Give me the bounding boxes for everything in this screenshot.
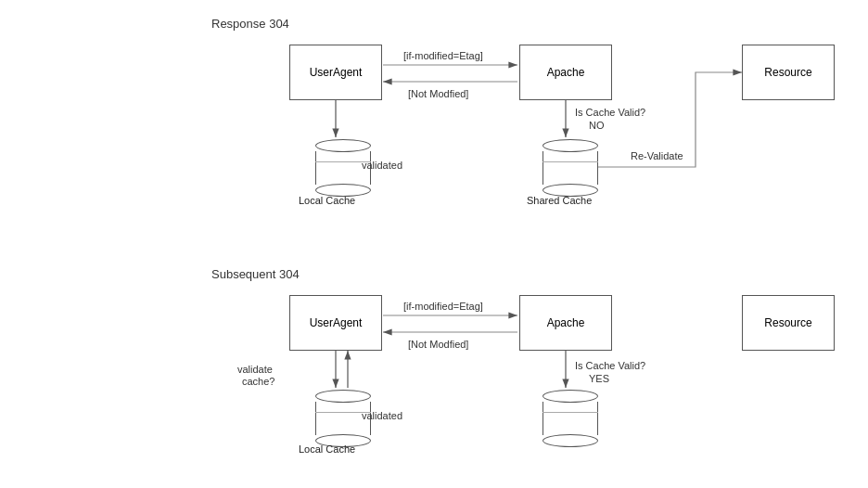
- bottom-shared-cache: [542, 390, 598, 447]
- top-local-cache-label: Local Cache: [299, 195, 355, 206]
- top-shared-cache-label: Shared Cache: [527, 195, 592, 206]
- bottom-local-cache: [315, 390, 371, 447]
- top-if-modified-label: [if-modified=Etag]: [403, 50, 483, 61]
- bottom-local-cache-label: Local Cache: [299, 443, 355, 455]
- bottom-apache-box: Apache: [519, 295, 612, 351]
- top-resource-box: Resource: [742, 45, 835, 100]
- top-cache-valid-no: NO: [589, 120, 605, 131]
- arrows-svg: [if-modified=Etag] [Not Modfied] validat…: [0, 0, 868, 488]
- top-useragent-label: UserAgent: [310, 66, 363, 79]
- bottom-resource-box: Resource: [742, 295, 835, 351]
- bottom-validate-cache-label2: cache?: [242, 376, 274, 387]
- bottom-resource-label: Resource: [764, 316, 811, 329]
- bottom-if-modified-label: [if-modified=Etag]: [403, 301, 483, 312]
- bottom-useragent-label: UserAgent: [310, 316, 363, 329]
- diagram-container: Response 304 UserAgent Apache Resource L…: [0, 0, 868, 488]
- top-useragent-box: UserAgent: [289, 45, 382, 100]
- bottom-cache-valid-label: Is Cache Valid?: [575, 360, 645, 371]
- bottom-title: Subsequent 304: [211, 267, 300, 281]
- top-cache-valid-label: Is Cache Valid?: [575, 107, 645, 118]
- bottom-apache-label: Apache: [547, 316, 585, 329]
- top-local-cache: [315, 139, 371, 197]
- bottom-validate-cache-label: validate: [237, 364, 273, 375]
- bottom-cache-valid-yes: YES: [589, 373, 609, 384]
- top-apache-label: Apache: [547, 66, 585, 79]
- top-resource-label: Resource: [764, 66, 811, 79]
- top-title: Response 304: [211, 17, 289, 31]
- top-not-modified-label: [Not Modfied]: [408, 88, 468, 99]
- top-apache-box: Apache: [519, 45, 612, 100]
- bottom-not-modified-label: [Not Modfied]: [408, 339, 468, 350]
- bottom-useragent-box: UserAgent: [289, 295, 382, 351]
- top-revalidate-label: Re-Validate: [631, 150, 683, 161]
- top-shared-cache: [542, 139, 598, 197]
